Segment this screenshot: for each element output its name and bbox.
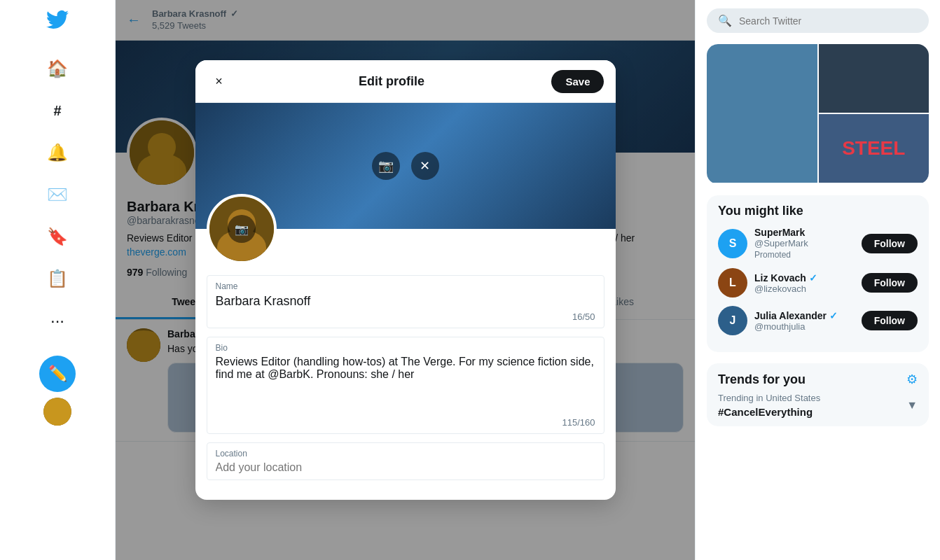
follow-item-2: J Julia Alexander ✓ @mouthjulia Follow <box>718 306 918 335</box>
bio-input[interactable] <box>216 356 595 412</box>
follow-info-0: SuperMark @SuperMark Promoted <box>754 227 855 260</box>
follow-avatar-1: L <box>718 268 747 298</box>
sidebar-item-bookmarks[interactable]: 🔖 <box>39 218 76 255</box>
name-field: Name 16/50 <box>207 275 604 328</box>
main-content: ← Barbara Krasnoff ✓ 5,529 Tweets <box>116 0 695 560</box>
trending-section: Trends for you ⚙ Trending in United Stat… <box>707 363 929 426</box>
follow-item-0: S SuperMark @SuperMark Promoted Follow <box>718 227 918 260</box>
bio-counter: 115/160 <box>216 417 595 428</box>
sidebar: 🏠 # 🔔 ✉️ 🔖 📋 ··· ✏️ <box>0 0 116 560</box>
sidebar-item-home[interactable]: 🏠 <box>39 50 76 87</box>
who-to-follow-section: You might like S SuperMark @SuperMark Pr… <box>707 195 929 352</box>
trending-dropdown-icon[interactable]: ▼ <box>906 399 918 412</box>
trending-header: Trends for you ⚙ <box>718 372 918 387</box>
follow-handle-1: @lizekovach <box>754 284 855 294</box>
trending-settings-icon[interactable]: ⚙ <box>906 372 918 387</box>
follow-avatar-2: J <box>718 306 747 335</box>
modal-form: Name 16/50 Bio 115/160 Location <box>195 275 616 500</box>
follow-avatar-0: S <box>718 229 747 258</box>
photo-grid: STEEL <box>707 44 929 184</box>
compose-button[interactable]: ✏️ <box>39 356 76 392</box>
follow-handle-2: @mouthjulia <box>754 321 855 332</box>
search-icon: 🔍 <box>718 14 732 27</box>
promoted-label-0: Promoted <box>754 250 855 260</box>
modal-close-button[interactable]: × <box>207 69 232 94</box>
bio-field: Bio 115/160 <box>207 337 604 434</box>
bio-label: Bio <box>216 343 595 353</box>
trending-location: Trending in United States <box>718 393 820 403</box>
follow-button-2[interactable]: Follow <box>862 311 918 330</box>
who-to-follow-title: You might like <box>718 204 918 218</box>
twitter-logo-icon[interactable] <box>46 8 69 36</box>
photo-cell-3: STEEL <box>819 114 929 183</box>
follow-button-1[interactable]: Follow <box>862 273 918 293</box>
name-counter: 16/50 <box>216 312 595 322</box>
trending-info: Trending in United States #CancelEveryth… <box>718 393 820 418</box>
trending-title: Trends for you <box>718 372 806 387</box>
follow-info-2: Julia Alexander ✓ @mouthjulia <box>754 310 855 332</box>
follow-handle-0: @SuperMark <box>754 238 855 248</box>
edit-profile-modal: × Edit profile Save 📷 ✕ 📷 <box>195 60 616 500</box>
location-label: Location <box>216 449 595 458</box>
follow-button-0[interactable]: Follow <box>862 234 918 253</box>
trending-row: Trending in United States #CancelEveryth… <box>718 393 918 418</box>
modal-header: × Edit profile Save <box>195 60 616 103</box>
sidebar-item-lists[interactable]: 📋 <box>39 260 76 297</box>
sidebar-item-notifications[interactable]: 🔔 <box>39 134 76 171</box>
sidebar-item-more[interactable]: ··· <box>39 302 76 339</box>
modal-avatar-area: 📷 <box>207 194 277 264</box>
trending-tag[interactable]: #CancelEverything <box>718 406 820 418</box>
follow-name-1: Liz Kovach ✓ <box>754 272 855 284</box>
avatar-camera-button[interactable]: 📷 <box>228 215 256 243</box>
name-label: Name <box>216 281 595 291</box>
banner-camera-button[interactable]: 📷 <box>372 152 400 180</box>
name-input[interactable] <box>216 294 595 309</box>
follow-item-1: L Liz Kovach ✓ @lizekovach Follow <box>718 268 918 298</box>
follow-name-0: SuperMark <box>754 227 855 238</box>
save-button[interactable]: Save <box>551 70 604 93</box>
banner-remove-button[interactable]: ✕ <box>411 152 439 180</box>
sidebar-item-explore[interactable]: # <box>39 92 76 129</box>
user-avatar[interactable] <box>43 398 71 426</box>
sidebar-nav: 🏠 # 🔔 ✉️ 🔖 📋 ··· ✏️ <box>0 50 115 426</box>
modal-title: Edit profile <box>359 74 424 89</box>
right-panel: 🔍 STEEL You might like S SuperMark @Supe… <box>695 0 940 560</box>
verified-icon-2: ✓ <box>829 310 838 321</box>
verified-icon-1: ✓ <box>809 272 817 284</box>
location-input[interactable] <box>216 461 595 474</box>
modal-overlay: × Edit profile Save 📷 ✕ 📷 <box>116 0 695 560</box>
photo-cell-1 <box>707 44 817 183</box>
follow-info-1: Liz Kovach ✓ @lizekovach <box>754 272 855 294</box>
search-input[interactable] <box>739 15 918 27</box>
location-field: Location <box>207 442 604 480</box>
sidebar-item-messages[interactable]: ✉️ <box>39 176 76 213</box>
follow-name-2: Julia Alexander ✓ <box>754 310 855 321</box>
search-bar: 🔍 <box>707 8 929 33</box>
photo-cell-2 <box>819 44 929 113</box>
